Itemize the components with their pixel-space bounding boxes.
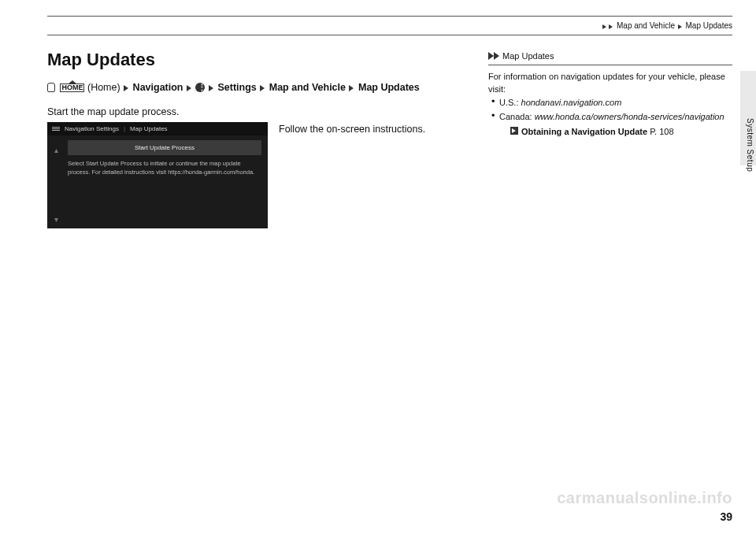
separator: | [124,125,125,132]
ss-crumb2: Map Updates [130,125,168,132]
ss-body-text: Select Start Update Process to initiate … [47,160,268,176]
chevron-right-icon [609,24,613,29]
xref-icon [510,127,518,135]
cross-reference: Obtaining a Navigation Update P. 108 [499,125,732,139]
list-item: Canada: www.honda.ca/owners/honda-servic… [491,110,732,138]
device-screenshot: Navigation Settings | Map Updates ▴ ▾ St… [47,122,268,228]
chevron-right-icon [124,85,128,91]
down-arrow-icon: ▾ [54,215,58,224]
ca-url: www.honda.ca/owners/honda-services/navig… [535,112,724,121]
menu-icon [52,126,60,132]
path-settings: Settings [217,82,256,93]
select-icon [47,83,55,92]
home-icon: HOME [60,83,84,92]
path-map-vehicle: Map and Vehicle [269,82,346,93]
section-tab-label: System Setup [746,118,754,172]
ca-label: Canada: [499,112,535,121]
chevron-right-icon [187,85,191,91]
navigation-path: HOME (Home) Navigation Settings Map and … [47,80,465,95]
xref-page: P. 108 [647,127,673,136]
breadcrumb-item: Map Updates [686,21,732,30]
page-number: 39 [720,510,732,523]
list-item: U.S.: hondanavi.navigation.com [491,96,732,109]
chevron-right-icon [260,85,265,91]
chevron-right-icon [209,85,213,91]
chevron-right-icon [602,24,606,29]
ss-crumb1: Navigation Settings [65,125,119,132]
path-map-updates: Map Updates [358,82,420,93]
intro-text: Start the map update process. [47,106,465,117]
more-icon [195,83,205,92]
breadcrumb: Map and Vehicle Map Updates [47,20,732,35]
tip-info: For information on navigation updates fo… [488,70,732,96]
us-url: hondanavi.navigation.com [521,98,622,107]
watermark: carmanualsonline.info [557,489,732,507]
us-label: U.S.: [499,98,521,107]
instruction-text: Follow the on-screen instructions. [279,122,465,135]
chevron-right-icon [349,85,354,91]
page-title: Map Updates [47,50,465,70]
path-home-label: (Home) [87,82,120,93]
breadcrumb-item: Map and Vehicle [617,21,675,30]
tip-header: Map Updates [488,50,732,65]
xref-text: Obtaining a Navigation Update [521,127,647,136]
tip-icon [494,52,499,60]
chevron-right-icon [678,24,682,29]
tip-icon [488,52,494,60]
up-arrow-icon: ▴ [54,146,58,154]
path-navigation: Navigation [133,82,183,93]
tip-title: Map Updates [502,50,554,63]
start-update-button: Start Update Process [68,140,261,155]
